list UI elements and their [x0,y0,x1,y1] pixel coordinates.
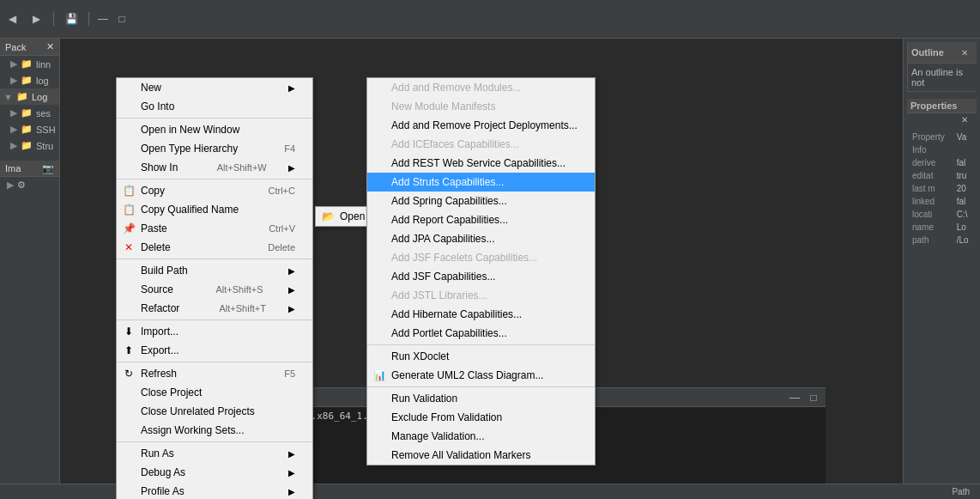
menu-copy-qualified[interactable]: 📋 Copy Qualified Name [117,200,312,219]
prop-header-property: Property [910,131,953,143]
menu-refresh-label: Refresh [141,368,177,380]
outline-content: An outline is not [908,64,977,91]
sub-add-struts-label: Add Struts Capabilities... [391,176,504,188]
prop-lastm-value: 20 [955,183,973,194]
uml2-icon: 📊 [372,368,386,382]
menu-export[interactable]: ⬆ Export... [117,341,312,360]
properties-close-button[interactable]: ✕ [956,111,973,128]
menu-new[interactable]: New ▶ [117,78,312,97]
properties-table: Property Va Info derive fal editat tru l… [907,128,977,249]
menu-copy[interactable]: 📋 Copy Ctrl+C [117,181,312,200]
menu-debug-as[interactable]: Debug As ▶ [117,463,312,482]
sub-generate-uml2[interactable]: 📊 Generate UML2 Class Diagram... [367,366,595,385]
sub-add-icefaces[interactable]: Add ICEfaces Capabilities... [367,135,595,154]
max-button[interactable]: □ [113,10,130,27]
forward-button[interactable]: ▶ [27,10,45,27]
tree-item-linn[interactable]: ▶ 📁 linn [0,56,59,72]
toolbar-sep-1 [53,12,54,26]
center-area: New ▶ Go Into Open in New Window Open Ty… [60,39,903,499]
outline-close-button[interactable]: ✕ [956,44,973,61]
menu-refactor-arrow: ▶ [288,304,295,313]
export-icon: ⬆ [122,344,136,357]
tree-item-ses[interactable]: ▶ 📁 ses [0,105,59,121]
main-toolbar: ◀ ▶ 💾 — □ [0,0,980,39]
min-button[interactable]: — [94,10,112,27]
pack-close-icon[interactable]: ✕ [46,41,54,52]
prop-editat-value: tru [955,170,973,181]
sub-manage-validation[interactable]: Manage Validation... [367,427,595,446]
save-button[interactable]: 💾 [63,10,80,27]
sub-add-jsf-facelets[interactable]: Add JSF Facelets Capabilities... [367,248,595,267]
prop-row-editat: editat tru [910,170,973,181]
sub-add-hibernate-label: Add Hibernate Capabilities... [391,308,522,320]
sub-new-module-manifests[interactable]: New Module Manifests [367,97,595,116]
sep-3 [117,259,312,259]
menu-build-path[interactable]: Build Path ▶ [117,261,312,280]
prop-linked-label: linked [910,196,953,207]
menu-refactor-label: Refactor [141,302,179,314]
sub-exclude-validation[interactable]: Exclude From Validation [367,408,595,427]
sub-add-jpa[interactable]: Add JPA Capabilities... [367,229,595,248]
menu-close-project[interactable]: Close Project [117,383,312,402]
menu-refresh[interactable]: ↻ Refresh F5 [117,364,312,383]
tree-item-Stru[interactable]: ▶ 📁 Stru [0,137,59,154]
menu-profile-as-label: Profile As [141,485,185,497]
new-button[interactable]: ◀ [3,10,21,27]
console-max-button[interactable]: □ [805,389,822,406]
sub-add-icefaces-label: Add ICEfaces Capabilities... [391,138,519,150]
menu-import-label: Import... [141,326,178,338]
menu-run-as[interactable]: Run As ▶ [117,444,312,463]
sub-generate-uml2-label: Generate UML2 Class Diagram... [391,369,543,381]
main-area: Pack ✕ ▶ 📁 linn ▶ 📁 log ▼ 📁 Log ▶ 📁 ses … [0,39,980,499]
tree-item-SSH[interactable]: ▶ 📁 SSH [0,121,59,137]
prop-name-label: name [910,222,953,233]
menu-source[interactable]: Source Alt+Shift+S ▶ [117,280,312,299]
menu-delete[interactable]: ✕ Delete Delete [117,238,312,257]
menu-close-unrelated-label: Close Unrelated Projects [141,405,255,417]
tree-item-log[interactable]: ▶ 📁 log [0,72,59,88]
sub-add-hibernate[interactable]: Add Hibernate Capabilities... [367,305,595,324]
menu-debug-as-label: Debug As [141,466,185,478]
sub-add-portlet[interactable]: Add Portlet Capabilities... [367,324,595,343]
tree-item-Log-expanded[interactable]: ▼ 📁 Log [0,88,59,105]
menu-refactor[interactable]: Refactor Alt+Shift+T ▶ [117,299,312,318]
menu-open-type-hierarchy[interactable]: Open Type Hierarchy F4 [117,139,312,158]
menu-import[interactable]: ⬇ Import... [117,322,312,341]
sub-add-spring[interactable]: Add Spring Capabilities... [367,192,595,210]
console-min-button[interactable]: — [786,389,803,406]
outline-panel: Outline ✕ An outline is not [907,42,977,92]
delete-icon: ✕ [122,240,136,254]
menu-go-into-label: Go Into [141,100,174,113]
sub-run-xdoclet[interactable]: Run XDoclet [367,347,595,366]
sub-add-rest[interactable]: Add REST Web Service Capabilities... [367,154,595,173]
menu-assign-working[interactable]: Assign Working Sets... [117,421,312,440]
menu-source-label: Source [141,283,173,295]
menu-paste[interactable]: 📌 Paste Ctrl+V [117,219,312,238]
menu-close-unrelated[interactable]: Close Unrelated Projects [117,402,312,421]
prop-info-label: Info [910,144,973,155]
sub-add-remove-deployments[interactable]: Add and Remove Project Deployments... [367,116,595,135]
menu-open-new-window[interactable]: Open in New Window [117,120,312,139]
sub-add-report[interactable]: Add Report Capabilities... [367,210,595,229]
menu-delete-label: Delete [141,241,171,253]
menu-show-in[interactable]: Show In Alt+Shift+W ▶ [117,158,312,177]
sep-4 [117,319,312,320]
ima-sub-item[interactable]: ▶ ⚙ [0,177,59,193]
sub-run-validation[interactable]: Run Validation [367,389,595,408]
prop-row-info: Info [910,144,973,155]
sub-manage-validation-label: Manage Validation... [391,430,485,442]
prop-row-locati: locati C:\ [910,209,973,220]
sub-add-struts[interactable]: Add Struts Capabilities... [367,173,595,192]
prop-row-derive: derive fal [910,157,973,168]
menu-assign-working-label: Assign Working Sets... [141,424,245,436]
sub-add-jsf[interactable]: Add JSF Capabilities... [367,267,595,286]
menu-open-type-hierarchy-shortcut: F4 [267,143,295,154]
menu-profile-as[interactable]: Profile As ▶ [117,482,312,499]
menu-go-into[interactable]: Go Into [117,97,312,116]
outline-header: Outline ✕ [908,42,977,64]
sub-add-jstl[interactable]: Add JSTL Libraries... [367,286,595,305]
paste-icon: 📌 [122,222,136,235]
sub-remove-validation-markers[interactable]: Remove All Validation Markers [367,446,595,465]
sub-add-remove-modules[interactable]: Add and Remove Modules... [367,78,595,97]
sep-5 [117,362,312,362]
